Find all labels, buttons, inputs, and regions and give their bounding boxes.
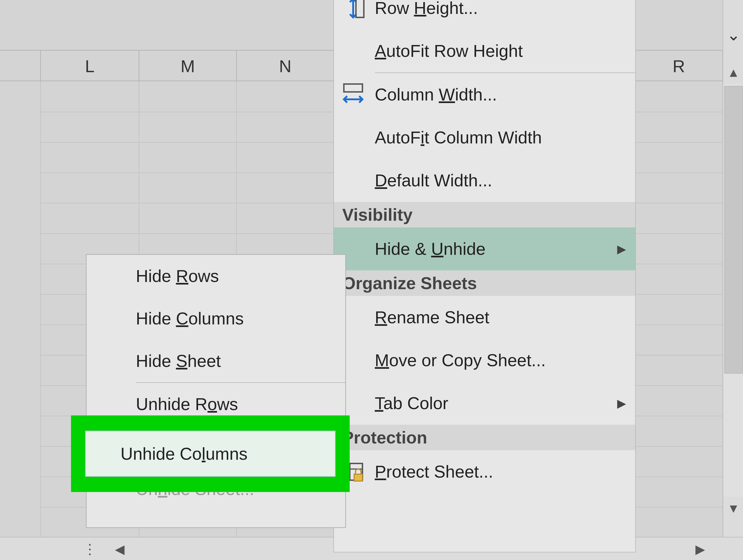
svg-rect-7 [354,474,362,481]
menu-label: Hide Sheet [136,351,221,371]
scroll-down-button[interactable]: ▼ [723,497,743,520]
sheet-tab-options-icon[interactable]: ⋮ [79,538,98,560]
menu-label: Row Height... [375,0,478,18]
format-menu: Row Height... AutoFit Row Height Column … [334,0,636,552]
row-height-icon [340,0,366,21]
svg-rect-2 [344,84,362,92]
column-header-R[interactable]: R [635,51,723,82]
select-all-corner[interactable] [0,51,41,82]
menu-label: Unhide Columns [121,444,248,464]
menu-hide-and-unhide[interactable]: Hide & Unhide ▶ [334,227,635,270]
menu-rename-sheet[interactable]: Rename Sheet [334,296,635,339]
menu-label: AutoFit Column Width [375,128,542,147]
scroll-up-button[interactable]: ▲ [723,61,743,84]
column-width-icon [340,82,366,107]
ribbon-expand-icon[interactable]: ⌄ [723,21,743,49]
menu-heading-protection: Protection [334,425,635,450]
scroll-thumb[interactable] [724,86,743,374]
menu-label: Hide Columns [136,309,244,328]
menu-tab-color[interactable]: Tab Color ▶ [334,382,635,425]
menu-autofit-row-height[interactable]: AutoFit Row Height [334,30,635,73]
column-header-N[interactable]: N [237,51,334,82]
submenu-hide-sheet[interactable]: Hide Sheet [87,340,345,382]
scroll-left-button[interactable]: ◀ [108,538,131,560]
menu-default-width[interactable]: Default Width... [334,159,635,202]
menu-label: Hide Rows [136,266,219,286]
menu-label: Move or Copy Sheet... [375,351,545,370]
menu-label: Tab Color [375,393,448,413]
submenu-hide-rows[interactable]: Hide Rows [87,255,345,297]
submenu-unhide-columns[interactable]: Unhide Columns [85,430,336,477]
menu-label: Protect Sheet... [375,462,493,481]
menu-column-width[interactable]: Column Width... [334,73,635,116]
vertical-scrollbar[interactable]: ⌄ ▲ ▼ [723,0,743,560]
menu-protect-sheet[interactable]: Protect Sheet... [334,450,635,493]
menu-label: Unhide Rows [136,394,238,414]
menu-label: AutoFit Row Height [375,41,523,61]
highlight-box: Unhide Columns [71,415,350,492]
column-header-L[interactable]: L [41,51,139,82]
submenu-arrow-icon: ▶ [617,396,626,410]
menu-label: Column Width... [375,85,497,104]
menu-move-or-copy-sheet[interactable]: Move or Copy Sheet... [334,339,635,382]
column-header-M[interactable]: M [139,51,237,82]
submenu-hide-columns[interactable]: Hide Columns [87,297,345,340]
menu-row-height[interactable]: Row Height... [334,0,635,30]
worksheet: L M N R ⌄ ▲ ▼ ⋮ ◀ ▶ [0,0,743,560]
menu-autofit-column-width[interactable]: AutoFit Column Width [334,116,635,159]
menu-label: Rename Sheet [375,308,489,327]
menu-heading-organize: Organize Sheets [334,270,635,296]
menu-label: Default Width... [375,171,492,190]
svg-rect-1 [356,0,364,17]
menu-label: Hide & Unhide [375,239,485,259]
menu-heading-visibility: Visibility [334,202,635,227]
submenu-arrow-icon: ▶ [617,242,626,256]
scroll-right-button[interactable]: ▶ [689,538,712,560]
